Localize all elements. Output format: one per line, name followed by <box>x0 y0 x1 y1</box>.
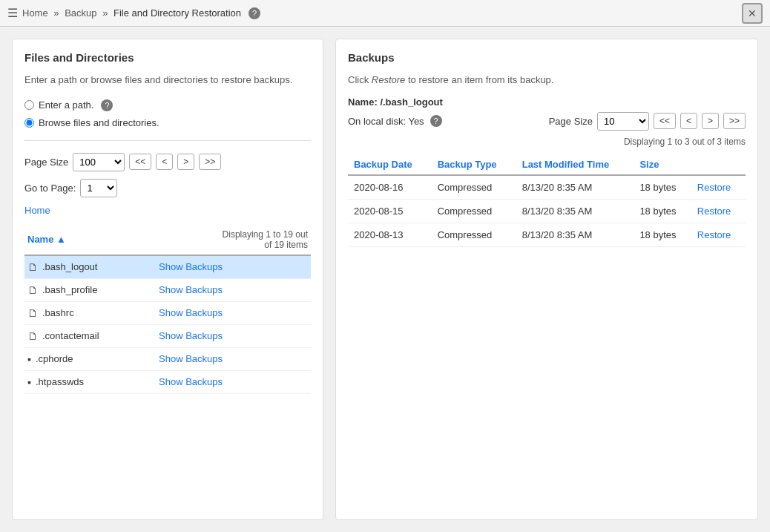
table-row: ▪ .htpasswds Show Backups <box>24 370 311 393</box>
col-backup-type[interactable]: Backup Type <box>432 154 516 175</box>
disk-info: On local disk: Yes ? <box>348 115 442 127</box>
backup-type: Compressed <box>432 223 516 246</box>
radio-path-input[interactable] <box>24 100 34 110</box>
show-backups-link[interactable]: Show Backups <box>159 284 223 295</box>
backup-modified: 8/13/20 8:35 AM <box>516 175 634 200</box>
breadcrumb-backup[interactable]: Backup <box>65 7 96 19</box>
backup-name: Name: /.bash_logout <box>348 96 746 108</box>
right-page-size-label: Page Size <box>549 116 593 127</box>
backup-date: 2020-08-16 <box>348 175 432 200</box>
radio-enter-path: Enter a path. ? <box>24 99 311 111</box>
show-backups-cell: Show Backups <box>156 324 311 347</box>
page-size-label: Page Size <box>24 157 68 168</box>
close-button[interactable]: ✕ <box>742 3 763 24</box>
home-link[interactable]: Home <box>24 205 311 216</box>
col-action <box>691 154 746 175</box>
folder-icon: ▪ <box>27 353 31 365</box>
desc-post: to restore an item from its backup. <box>405 74 553 85</box>
backup-modified: 8/13/20 8:35 AM <box>516 223 634 246</box>
file-link[interactable]: .bash_logout <box>42 261 97 272</box>
right-displaying: Displaying 1 to 3 out of 3 items <box>348 137 746 147</box>
radio-browse-input[interactable] <box>24 118 34 128</box>
left-panel: Files and Directories Enter a path or br… <box>12 39 323 520</box>
file-link[interactable]: .bash_profile <box>42 284 97 295</box>
file-icon: 🗋 <box>27 307 38 319</box>
help-icon[interactable]: ? <box>249 7 260 19</box>
desc-pre: Click <box>348 74 372 85</box>
page-size-select[interactable]: 100 10 25 50 <box>73 153 125 171</box>
show-backups-cell: Show Backups <box>156 255 311 279</box>
files-table: Name ▲ Displaying 1 to 19 out of 19 item… <box>24 225 311 394</box>
radio-path-label: Enter a path. <box>39 99 93 111</box>
breadcrumb-current: File and Directory Restoration <box>113 7 241 19</box>
help-path-icon[interactable]: ? <box>101 99 113 111</box>
show-backups-cell: Show Backups <box>156 347 311 370</box>
show-backups-cell: Show Backups <box>156 370 311 393</box>
displaying-count: Displaying 1 to 19 out of 19 items <box>156 225 311 255</box>
name-col-header[interactable]: Name ▲ <box>24 225 156 255</box>
show-backups-link[interactable]: Show Backups <box>159 376 223 387</box>
backup-modified: 8/13/20 8:35 AM <box>516 199 634 223</box>
disk-label: On local disk: Yes <box>348 116 424 127</box>
col-size[interactable]: Size <box>634 154 691 175</box>
desc-italic: Restore <box>372 74 406 85</box>
goto-row: Go to Page: 1 <box>24 179 311 197</box>
backup-size: 18 bytes <box>634 175 691 200</box>
nav-last-left[interactable]: >> <box>199 154 221 170</box>
close-icon: ✕ <box>748 7 757 19</box>
backup-size: 18 bytes <box>634 223 691 246</box>
page-size-row: Page Size 100 10 25 50 << < > >> <box>24 153 311 171</box>
show-backups-link[interactable]: Show Backups <box>159 353 223 364</box>
show-backups-link[interactable]: Show Backups <box>159 261 223 272</box>
name-label: Name: <box>348 96 378 108</box>
backup-restore-cell: Restore <box>691 199 746 223</box>
main-content: Files and Directories Enter a path or br… <box>0 27 770 532</box>
nav-first-left[interactable]: << <box>129 154 151 170</box>
file-icon: 🗋 <box>27 284 38 296</box>
restore-link[interactable]: Restore <box>697 182 731 193</box>
table-row: 🗋 .bash_logout Show Backups <box>24 255 311 279</box>
topbar-left: ☰ Home » Backup » File and Directory Res… <box>7 6 260 20</box>
menu-icon[interactable]: ☰ <box>7 6 18 20</box>
right-page-size-select[interactable]: 10 25 50 100 <box>597 112 649 131</box>
right-nav-prev[interactable]: < <box>680 113 697 129</box>
show-backups-link[interactable]: Show Backups <box>159 307 223 318</box>
nav-next-left[interactable]: > <box>177 154 194 170</box>
backup-type: Compressed <box>432 199 516 223</box>
right-nav-next[interactable]: > <box>702 113 719 129</box>
file-icon: 🗋 <box>27 330 38 342</box>
topbar: ☰ Home » Backup » File and Directory Res… <box>0 0 770 27</box>
restore-link[interactable]: Restore <box>697 206 731 217</box>
backup-type: Compressed <box>432 175 516 200</box>
file-name-cell: 🗋 .bashrc <box>24 301 156 324</box>
nav-prev-left[interactable]: < <box>156 154 173 170</box>
file-name-cell: 🗋 .bash_profile <box>24 278 156 301</box>
breadcrumb-sep1: » <box>53 7 59 19</box>
col-last-modified[interactable]: Last Modified Time <box>516 154 634 175</box>
breadcrumb-sep2: » <box>102 7 108 19</box>
file-link[interactable]: .bashrc <box>42 307 74 318</box>
file-link[interactable]: .contactemail <box>42 330 99 341</box>
breadcrumb-home[interactable]: Home <box>22 7 48 19</box>
disk-help-icon[interactable]: ? <box>430 115 442 127</box>
backup-row: 2020-08-16 Compressed 8/13/20 8:35 AM 18… <box>348 175 746 200</box>
left-panel-title: Files and Directories <box>24 51 311 64</box>
name-value: /.bash_logout <box>380 96 443 108</box>
disk-row: On local disk: Yes ? Page Size 10 25 50 … <box>348 112 746 131</box>
show-backups-link[interactable]: Show Backups <box>159 330 223 341</box>
backup-size: 18 bytes <box>634 199 691 223</box>
col-backup-date[interactable]: Backup Date <box>348 154 432 175</box>
right-nav-last[interactable]: >> <box>723 113 746 129</box>
file-link[interactable]: .cphorde <box>36 353 73 364</box>
divider1 <box>24 140 311 141</box>
show-backups-cell: Show Backups <box>156 301 311 324</box>
goto-select[interactable]: 1 <box>80 179 117 197</box>
backup-row: 2020-08-13 Compressed 8/13/20 8:35 AM 18… <box>348 223 746 246</box>
backup-restore-cell: Restore <box>691 223 746 246</box>
restore-link[interactable]: Restore <box>697 229 731 240</box>
radio-browse: Browse files and directories. <box>24 117 311 128</box>
file-link[interactable]: .htpasswds <box>36 376 84 387</box>
table-row: ▪ .cphorde Show Backups <box>24 347 311 370</box>
right-nav-first[interactable]: << <box>654 113 676 129</box>
left-panel-desc: Enter a path or browse files and directo… <box>24 73 311 88</box>
